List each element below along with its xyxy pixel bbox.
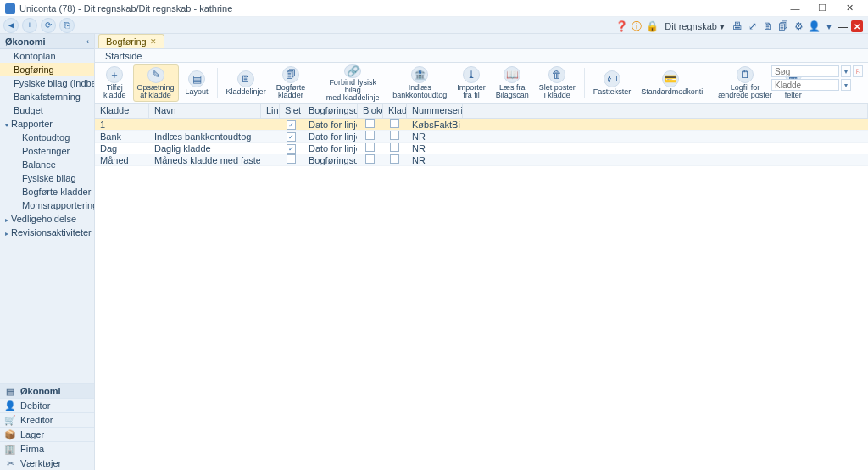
nav-item-momsrapportering[interactable]: Momsrapportering: [0, 199, 94, 212]
help-icon[interactable]: ❓: [615, 20, 627, 32]
ribbon-label: Tilføjkladde: [103, 84, 126, 99]
ribbon-label: Layout: [186, 88, 209, 96]
company-dropdown[interactable]: Dit regnskab ▾: [661, 21, 728, 32]
cell-kladd: [383, 119, 407, 130]
nav-item-bankafstemning[interactable]: Bankafstemning: [0, 90, 94, 104]
settings-icon[interactable]: ⚙: [793, 20, 804, 32]
module-firma[interactable]: 🏢Firma: [0, 441, 94, 456]
lock-icon[interactable]: 🔒: [646, 20, 658, 32]
col-bogf[interactable]: Bogføringsdatopri...: [303, 104, 358, 118]
module-værktøjer[interactable]: ✂Værktøjer: [0, 456, 94, 470]
table-row[interactable]: MånedMåneds kladde med faste posterBogfø…: [95, 154, 868, 166]
checkbox[interactable]: [287, 154, 296, 164]
nav-item-rapporter[interactable]: Rapporter: [0, 117, 94, 131]
ribbon-fasttekster[interactable]: 🏷Fasttekster: [590, 64, 635, 102]
back-button[interactable]: ◄: [3, 18, 19, 33]
checkbox[interactable]: ✓: [287, 144, 296, 154]
col-sletli[interactable]: Slet li...: [280, 104, 303, 118]
tab-close-icon[interactable]: ✕: [150, 37, 157, 46]
ribbon-tab-startside[interactable]: Startside: [100, 49, 147, 62]
checkbox[interactable]: [365, 119, 375, 128]
ribbon-forbind-fysisk-bilag[interactable]: 🔗Forbind fysisk bilagmed kladdelinje: [320, 64, 386, 102]
col-kladde[interactable]: Kladde: [95, 104, 149, 118]
quick-copy-button[interactable]: ⎘: [59, 18, 75, 33]
window-minimize[interactable]: —: [782, 0, 809, 17]
ribbon-separator: [314, 68, 314, 98]
grid-body: 1✓Dato for linjenKøbsFaktBiBankIndlæs ba…: [95, 119, 868, 470]
ribbon-label: Bogførtekladder: [276, 84, 306, 99]
search-clear-button[interactable]: ⚐: [853, 65, 863, 77]
ribbon-label: Læs fraBilagscan: [496, 84, 529, 99]
table-row[interactable]: BankIndlæs bankkontoudtog✓Dato for linje…: [95, 131, 868, 143]
ribbon-tilf-j[interactable]: ＋Tilføjkladde: [100, 64, 130, 102]
cell-nummerserie: KøbsFaktBi: [407, 120, 463, 130]
ribbon-slet-poster[interactable]: 🗑Slet posteri kladde: [536, 64, 579, 102]
nav-item-budget[interactable]: Budget: [0, 104, 94, 117]
ribbon-standardmodkonti[interactable]: 💳Standardmodkonti: [637, 64, 704, 102]
nav-item-kontoplan[interactable]: Kontoplan: [0, 49, 94, 63]
kladde-filter-input[interactable]: [771, 79, 839, 91]
checkbox[interactable]: [390, 119, 399, 128]
window-close[interactable]: ✕: [836, 0, 863, 17]
ribbon-ops-tning[interactable]: ✎Opsætningaf kladde: [133, 64, 179, 102]
ribbon-bogf-rte[interactable]: 🗐Bogførtekladder: [273, 64, 309, 102]
col-bloke[interactable]: Bloke...: [358, 104, 383, 118]
doc-max-icon[interactable]: ⤢: [747, 20, 759, 32]
nav-item-bogf-rte-kladder[interactable]: Bogførte kladder: [0, 185, 94, 199]
ribbon-importer[interactable]: ⤓Importerfra fil: [453, 64, 489, 102]
nav-item-fysiske-bilag[interactable]: Fysiske bilag: [0, 171, 94, 185]
col-kladd[interactable]: Kladd...: [383, 104, 407, 118]
search-input[interactable]: [771, 65, 839, 77]
module-debitor[interactable]: 👤Debitor: [0, 398, 94, 412]
doc-copy-icon[interactable]: 🗐: [777, 20, 789, 32]
ribbon-icon: 💳: [662, 70, 679, 87]
ribbon-kladdelinjer[interactable]: 🗎Kladdelinjer: [223, 64, 270, 102]
user-dropdown-icon[interactable]: ▾: [823, 20, 835, 32]
ribbon-logfil-for[interactable]: 🗒Logfil forændrede poster: [715, 64, 776, 102]
quick-refresh-button[interactable]: ⟳: [41, 18, 56, 33]
nav-item-balance[interactable]: Balance: [0, 158, 94, 171]
printer-icon[interactable]: 🖶: [732, 20, 743, 32]
checkbox[interactable]: [365, 143, 375, 152]
exit-button[interactable]: ✕: [851, 20, 863, 32]
ribbon-indl-s[interactable]: 🏦Indlæsbankkontoudtog: [389, 64, 450, 102]
ribbon-layout[interactable]: ▤Layout: [182, 64, 212, 102]
tab-bogforing[interactable]: Bogføring ✕: [98, 34, 164, 48]
doc-up-icon[interactable]: 🗎: [762, 20, 774, 32]
nav-item-revisionsaktiviteter[interactable]: Revisionsaktiviteter: [0, 226, 94, 239]
checkbox[interactable]: ✓: [287, 132, 296, 142]
ribbon-label: Standardmodkonti: [641, 88, 700, 96]
checkbox[interactable]: [390, 154, 399, 164]
module-økonomi[interactable]: ▤Økonomi: [0, 383, 94, 398]
col-navn[interactable]: Navn: [149, 104, 261, 118]
checkbox[interactable]: ✓: [287, 120, 296, 130]
ribbon-icon: 🗐: [282, 66, 299, 83]
info-icon[interactable]: ⓘ: [631, 20, 643, 32]
window-maximize[interactable]: ☐: [809, 0, 836, 17]
table-row[interactable]: 1✓Dato for linjenKøbsFaktBi: [95, 119, 868, 131]
nav-item-kontoudtog[interactable]: Kontoudtog: [0, 131, 94, 144]
col-nummerserie[interactable]: Nummerserie: [407, 104, 463, 118]
checkbox[interactable]: [390, 131, 399, 140]
nav-item-bogf-ring[interactable]: Bogføring: [0, 63, 94, 76]
sidebar-collapse-icon[interactable]: ‹: [86, 37, 89, 46]
nav-item-fysiske-bilag-indbakke-[interactable]: Fysiske bilag (Indbakke): [0, 76, 94, 90]
kladde-filter-dropdown-button[interactable]: ▾: [841, 79, 851, 91]
search-dropdown-button[interactable]: ▾: [841, 65, 851, 77]
checkbox[interactable]: [390, 143, 399, 152]
cell-navn: Måneds kladde med faste poster: [149, 155, 261, 165]
user-icon[interactable]: 👤: [808, 20, 820, 32]
col-linjer[interactable]: Linjer: [261, 104, 280, 118]
sidebar-panel-header[interactable]: Økonomi ‹: [0, 34, 94, 49]
ribbon-icon: ⤓: [463, 66, 480, 83]
table-row[interactable]: DagDaglig kladde✓Dato for linjenNR: [95, 143, 868, 154]
quick-add-button[interactable]: +: [22, 18, 37, 33]
nav-item-vedligeholdelse[interactable]: Vedligeholdelse: [0, 212, 94, 226]
module-kreditor[interactable]: 🛒Kreditor: [0, 412, 94, 427]
ribbon-icon: 🗑: [548, 66, 565, 83]
module-lager[interactable]: 📦Lager: [0, 427, 94, 441]
checkbox[interactable]: [365, 131, 375, 140]
nav-item-posteringer[interactable]: Posteringer: [0, 144, 94, 158]
ribbon-l-s-fra[interactable]: 📖Læs fraBilagscan: [492, 64, 532, 102]
checkbox[interactable]: [365, 154, 375, 164]
